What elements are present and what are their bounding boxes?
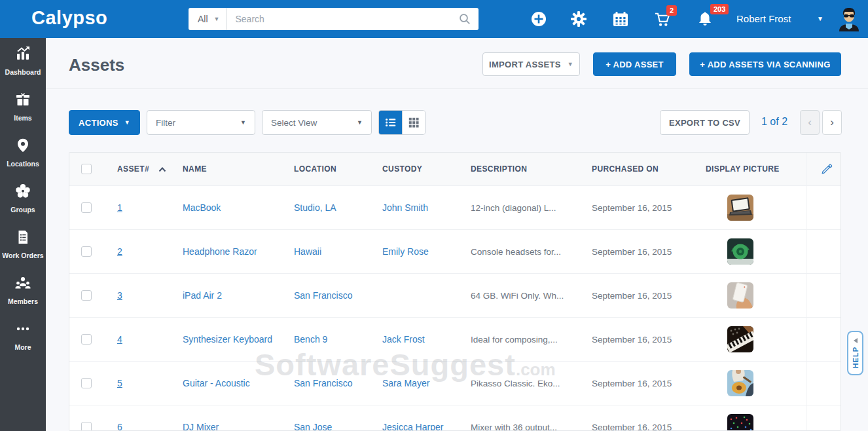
help-label: HELP: [852, 347, 859, 368]
column-header-name[interactable]: NAME: [183, 164, 207, 174]
filter-dropdown[interactable]: Filter ▼: [147, 110, 255, 135]
previous-page-button[interactable]: ‹: [800, 110, 820, 135]
custody-link[interactable]: John Smith: [382, 202, 428, 213]
cell-actions-spacer: [806, 230, 841, 273]
asset-no-link[interactable]: 1: [117, 202, 122, 213]
custody-link[interactable]: Jack Frost: [382, 334, 425, 345]
guitar-photo[interactable]: [727, 370, 753, 396]
asset-no-link[interactable]: 4: [117, 334, 122, 345]
chevron-down-icon: ▼: [240, 119, 246, 126]
dashboard-icon: [15, 46, 31, 64]
import-assets-button[interactable]: IMPORT ASSETS ▼: [482, 52, 580, 76]
select-all-checkbox[interactable]: [81, 164, 92, 174]
export-to-csv-button[interactable]: EXPORT TO CSV: [660, 110, 750, 135]
cell-purchased-on: September 16, 2015: [587, 247, 698, 257]
cell-display-picture: [698, 326, 806, 352]
select-view-dropdown[interactable]: Select View ▼: [262, 110, 372, 135]
search-input[interactable]: [227, 14, 459, 24]
row-checkbox[interactable]: [81, 290, 92, 301]
asset-name-link[interactable]: iPad Air 2: [183, 290, 222, 301]
column-header-display-picture[interactable]: DISPLAY PICTURE: [706, 164, 780, 174]
cell-display-picture: [698, 238, 806, 265]
location-link[interactable]: San Jose: [294, 422, 332, 431]
sidebar-item-label: More: [14, 343, 31, 351]
asset-no-link[interactable]: 2: [117, 246, 122, 257]
purchased-on-text: September 16, 2015: [592, 291, 672, 301]
sidebar-item-groups[interactable]: Groups: [0, 176, 46, 221]
edit-columns-icon[interactable]: [806, 153, 841, 185]
row-checkbox[interactable]: [81, 422, 92, 431]
column-header-purchased-on[interactable]: PURCHASED ON: [592, 164, 659, 174]
location-link[interactable]: Bench 9: [294, 334, 327, 345]
asset-name-link[interactable]: MacBook: [183, 202, 221, 213]
row-checkbox[interactable]: [81, 378, 92, 388]
sidebar-item-items[interactable]: Items: [0, 84, 46, 130]
app-logo[interactable]: Calypso: [31, 7, 107, 29]
cell-checkbox: [69, 334, 105, 345]
asset-name-link[interactable]: Synthesizer Keyboard: [183, 334, 272, 345]
cell-asset-no: 4: [105, 334, 177, 345]
column-header-custody[interactable]: CUSTODY: [382, 164, 422, 174]
sidebar-item-members[interactable]: Members: [0, 267, 46, 313]
location-link[interactable]: San Francisco: [294, 378, 352, 388]
sidebar-item-more[interactable]: More: [0, 313, 46, 359]
column-header-asset-no[interactable]: ASSET#: [117, 164, 149, 174]
plus-icon[interactable]: [530, 10, 547, 28]
sidebar-item-label: Dashboard: [5, 68, 41, 76]
row-checkbox[interactable]: [81, 334, 92, 345]
custody-link[interactable]: Emily Rose: [382, 246, 429, 257]
sort-asc-icon[interactable]: [158, 163, 166, 175]
user-menu[interactable]: Robert Frost: [736, 13, 791, 24]
gear-icon[interactable]: [570, 10, 587, 28]
location-link[interactable]: San Francisco: [294, 290, 352, 301]
sidebar-item-dashboard[interactable]: Dashboard: [0, 38, 46, 84]
column-header-description[interactable]: DESCRIPTION: [471, 164, 527, 174]
location-link[interactable]: Studio, LA: [294, 202, 336, 213]
calendar-icon[interactable]: [612, 10, 629, 28]
list-view-toggle[interactable]: [379, 111, 402, 134]
row-checkbox[interactable]: [81, 246, 92, 257]
add-asset-button[interactable]: + ADD ASSET: [593, 52, 676, 76]
column-header-location[interactable]: LOCATION: [294, 164, 336, 174]
location-link[interactable]: Hawaii: [294, 246, 321, 257]
macbook-photo[interactable]: [727, 195, 753, 221]
cell-description: Pikasso Classic. Eko...: [465, 379, 587, 388]
table-header-row: ASSET# NAME LOCATION CUSTODY DESCRIPTION…: [69, 153, 841, 185]
avatar[interactable]: [837, 7, 861, 31]
cell-description: Ideal for composing,...: [465, 335, 587, 345]
actions-button[interactable]: ACTIONS ▼: [69, 110, 140, 135]
table-row: 3iPad Air 2San Francisco64 GB. WiFi Only…: [69, 273, 841, 317]
chevron-down-icon[interactable]: ▼: [817, 15, 823, 22]
custody-link[interactable]: Jesicca Harper: [382, 422, 443, 431]
asset-no-link[interactable]: 5: [117, 378, 122, 388]
cell-purchased-on: September 16, 2015: [587, 379, 698, 388]
arrow-left-icon: [854, 338, 858, 343]
assets-table-body: 1MacBookStudio, LAJohn Smith12-inch (dia…: [69, 185, 841, 431]
table-row: 1MacBookStudio, LAJohn Smith12-inch (dia…: [69, 185, 841, 229]
asset-no-link[interactable]: 6: [117, 422, 122, 431]
search-icon[interactable]: [459, 13, 471, 25]
synthesizer-photo[interactable]: [727, 326, 753, 352]
cell-checkbox: [69, 202, 105, 213]
sidebar-item-locations[interactable]: Locations: [0, 130, 46, 176]
asset-name-link[interactable]: Headphone Razor: [183, 246, 257, 257]
grid-view-toggle[interactable]: [402, 111, 425, 134]
next-page-button[interactable]: ›: [822, 110, 842, 135]
djmixer-photo[interactable]: [727, 414, 753, 431]
asset-name-link[interactable]: DJ Mixer: [183, 422, 219, 431]
row-checkbox[interactable]: [81, 202, 92, 213]
cell-location: San Francisco: [289, 378, 377, 388]
purchased-on-text: September 16, 2015: [592, 422, 672, 431]
search-category-dropdown[interactable]: All ▼: [189, 14, 226, 24]
ipad-photo[interactable]: [727, 282, 753, 309]
asset-no-link[interactable]: 3: [117, 290, 122, 301]
asset-name-link[interactable]: Guitar - Acoustic: [183, 378, 250, 388]
add-assets-via-scanning-button[interactable]: + ADD ASSETS VIA SCANNING: [689, 52, 841, 76]
cell-custody: John Smith: [377, 202, 465, 213]
headphones-photo[interactable]: [727, 238, 753, 265]
help-tab[interactable]: HELP: [847, 331, 863, 375]
sidebar-item-work-orders[interactable]: Work Orders: [0, 221, 46, 267]
cell-display-picture: [698, 414, 806, 431]
custody-link[interactable]: Sara Mayer: [382, 378, 429, 388]
cell-name: DJ Mixer: [177, 422, 289, 431]
